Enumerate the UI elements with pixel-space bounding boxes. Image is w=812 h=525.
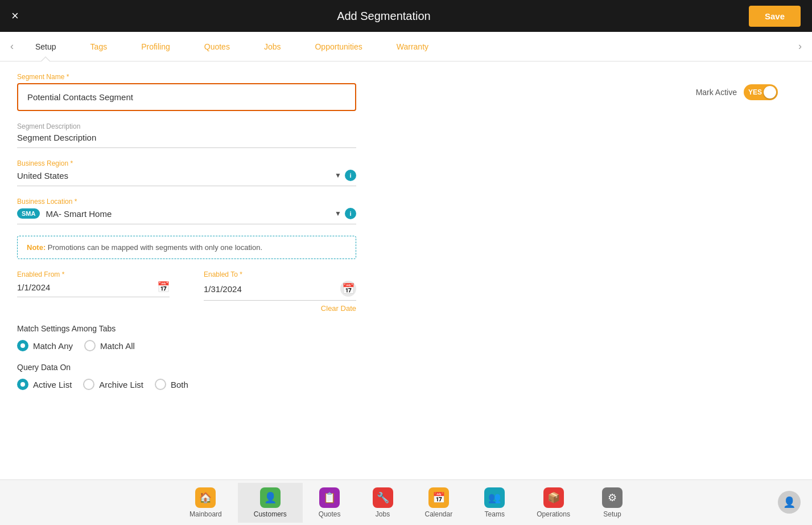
business-location-value: MA- Smart Home (46, 209, 112, 219)
enabled-to-calendar-icon[interactable]: 📅 (340, 281, 356, 297)
business-region-group: Business Region * United States ▼ i (17, 159, 795, 186)
archive-list-radio[interactable] (83, 379, 94, 390)
tab-prev-arrow[interactable]: ‹ (6, 40, 18, 52)
segment-name-group: Segment Name * (17, 73, 795, 111)
segment-desc-group: Segment Description Segment Description (17, 122, 795, 148)
sma-badge: SMA (17, 208, 40, 219)
location-left: SMA MA- Smart Home (17, 208, 112, 219)
teams-label: Teams (485, 510, 505, 518)
active-list-label: Active List (33, 380, 72, 389)
jobs-icon: 🔧 (373, 487, 393, 508)
note-text: Promotions can be mapped with segments w… (48, 243, 262, 252)
mainboard-label: Mainboard (189, 510, 222, 518)
archive-list-label: Archive List (99, 380, 143, 389)
tab-setup[interactable]: Setup (18, 32, 73, 61)
enabled-from-wrapper: 1/1/2024 📅 (17, 281, 170, 297)
operations-icon: 📦 (543, 487, 564, 508)
tab-opportunities[interactable]: Opportunities (298, 32, 379, 61)
nav-item-quotes[interactable]: 📋 Quotes (303, 483, 357, 523)
dates-row: Enabled From * 1/1/2024 📅 Enabled To * 1… (17, 270, 356, 301)
tab-quotes[interactable]: Quotes (187, 32, 247, 61)
segment-desc-label: Segment Description (17, 122, 795, 130)
segment-desc-value[interactable]: Segment Description (17, 133, 96, 142)
jobs-label: Jobs (376, 510, 390, 518)
business-region-wrapper: United States ▼ i (17, 170, 356, 186)
mainboard-icon: 🏠 (195, 487, 216, 508)
operations-label: Operations (537, 510, 570, 518)
match-all-radio[interactable] (84, 340, 96, 351)
calendar-icon: 📅 (428, 487, 449, 508)
both-option[interactable]: Both (155, 379, 188, 390)
match-all-label: Match All (100, 341, 135, 351)
nav-item-jobs[interactable]: 🔧 Jobs (357, 483, 409, 523)
enabled-from-label: Enabled From * (17, 270, 170, 278)
business-location-info-icon[interactable]: i (345, 208, 356, 219)
calendar-label: Calendar (425, 510, 453, 518)
business-location-controls: ▼ i (335, 208, 356, 219)
nav-item-teams[interactable]: 👥 Teams (468, 483, 521, 523)
match-any-option[interactable]: Match Any (17, 340, 73, 351)
business-location-dropdown-icon[interactable]: ▼ (335, 210, 341, 218)
match-any-radio[interactable] (17, 340, 28, 351)
enabled-from-group: Enabled From * 1/1/2024 📅 (17, 270, 170, 297)
nav-item-operations[interactable]: 📦 Operations (521, 483, 586, 523)
customers-label: Customers (254, 510, 287, 518)
note-label: Note: (27, 243, 46, 252)
nav-item-calendar[interactable]: 📅 Calendar (409, 483, 469, 523)
business-region-controls: ▼ i (335, 170, 356, 181)
nav-item-mainboard[interactable]: 🏠 Mainboard (174, 483, 238, 523)
enabled-to-wrapper: 1/31/2024 📅 (204, 281, 356, 301)
active-list-radio[interactable] (17, 379, 28, 390)
enabled-from-value: 1/1/2024 (17, 282, 152, 292)
tab-warranty[interactable]: Warranty (380, 32, 446, 61)
close-button[interactable]: × (11, 9, 19, 23)
page-title: Add Segmentation (337, 10, 431, 23)
bottom-nav: 🏠 Mainboard 👤 Customers 📋 Quotes 🔧 Jobs … (0, 479, 812, 525)
enabled-from-calendar-icon[interactable]: 📅 (157, 281, 170, 293)
archive-list-option[interactable]: Archive List (83, 379, 143, 390)
main-content: Mark Active YES Segment Name * Segment D… (0, 61, 812, 479)
tabs-container: ‹ Setup Tags Profiling Quotes Jobs Oppor… (0, 32, 812, 61)
nav-item-customers[interactable]: 👤 Customers (238, 483, 303, 523)
clear-date-button[interactable]: Clear Date (17, 304, 356, 313)
customers-icon: 👤 (260, 487, 281, 508)
toggle-knob (764, 86, 776, 99)
match-settings-section: Match Settings Among Tabs Match Any Matc… (17, 324, 795, 351)
tabs-list: Setup Tags Profiling Quotes Jobs Opportu… (18, 32, 794, 61)
enabled-to-label: Enabled To * (204, 270, 356, 278)
segment-name-input[interactable] (17, 83, 356, 111)
tab-next-arrow[interactable]: › (794, 40, 806, 52)
enabled-to-value: 1/31/2024 (204, 284, 336, 294)
user-avatar[interactable]: 👤 (778, 491, 801, 514)
toggle-text: YES (748, 88, 762, 96)
tab-tags[interactable]: Tags (73, 32, 125, 61)
both-label: Both (171, 380, 188, 389)
segment-name-label: Segment Name * (17, 73, 795, 81)
mark-active-row: Mark Active YES (696, 84, 778, 100)
business-region-value: United States (17, 171, 68, 181)
query-data-section: Query Data On Active List Archive List B… (17, 363, 795, 390)
setup-icon: ⚙ (602, 487, 623, 508)
match-settings-group: Match Any Match All (17, 340, 795, 351)
header: × Add Segmentation Save (0, 0, 812, 32)
active-list-option[interactable]: Active List (17, 379, 72, 390)
mark-active-toggle[interactable]: YES (744, 84, 778, 100)
segment-desc-wrapper: Segment Description (17, 133, 356, 148)
business-region-dropdown-icon[interactable]: ▼ (335, 171, 341, 179)
save-button[interactable]: Save (749, 6, 801, 27)
business-location-wrapper: SMA MA- Smart Home ▼ i (17, 208, 356, 224)
business-region-info-icon[interactable]: i (345, 170, 356, 181)
tab-profiling[interactable]: Profiling (124, 32, 187, 61)
both-radio[interactable] (155, 379, 166, 390)
match-any-label: Match Any (33, 341, 73, 351)
mark-active-label: Mark Active (696, 88, 737, 97)
enabled-to-group: Enabled To * 1/31/2024 📅 (204, 270, 356, 301)
quotes-label: Quotes (319, 510, 341, 518)
quotes-icon: 📋 (319, 487, 340, 508)
nav-item-setup[interactable]: ⚙ Setup (586, 483, 638, 523)
tab-jobs[interactable]: Jobs (247, 32, 298, 61)
business-location-label: Business Location * (17, 198, 795, 206)
match-all-option[interactable]: Match All (84, 340, 135, 351)
business-location-group: Business Location * SMA MA- Smart Home ▼… (17, 198, 795, 224)
form-area: Mark Active YES Segment Name * Segment D… (17, 73, 795, 390)
